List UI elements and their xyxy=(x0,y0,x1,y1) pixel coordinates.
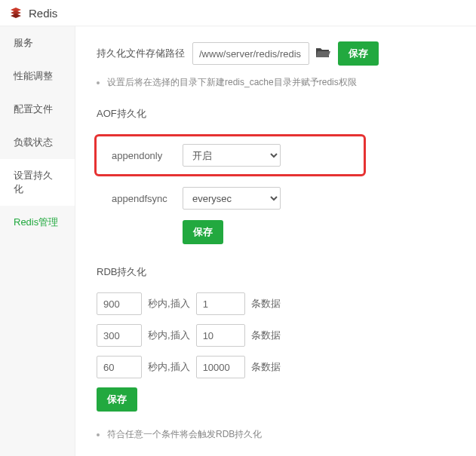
path-hint-text: 设置后将在选择的目录下新建redis_cache目录并赋予redis权限 xyxy=(107,76,357,89)
bullet-icon xyxy=(97,81,100,84)
appendonly-highlight: appendonly 开启 xyxy=(94,134,366,176)
path-label: 持久化文件存储路径 xyxy=(97,47,185,60)
rdb-save-row: 保存 xyxy=(97,387,455,412)
appendfsync-row: appendfsync everysec xyxy=(97,187,455,210)
path-save-button[interactable]: 保存 xyxy=(338,41,379,66)
appendfsync-select[interactable]: everysec xyxy=(183,187,281,210)
rdb-sec-suffix-1: 秒内,插入 xyxy=(148,329,190,342)
aof-section-title: AOF持久化 xyxy=(97,107,455,121)
aof-save-button[interactable]: 保存 xyxy=(183,220,223,244)
rdb-count-input-0[interactable] xyxy=(196,292,245,315)
sidebar-item-performance[interactable]: 性能调整 xyxy=(0,60,75,93)
rdb-hint-text: 符合任意一个条件将会触发RDB持久化 xyxy=(107,428,262,441)
rdb-seconds-input-0[interactable] xyxy=(97,292,142,315)
sidebar-item-redis-manage[interactable]: Redis管理 xyxy=(0,206,75,239)
main-content: 持久化文件存储路径 保存 设置后将在选择的目录下新建redis_cache目录并… xyxy=(75,26,476,456)
rdb-row-1: 秒内,插入 条数据 xyxy=(97,324,455,347)
rdb-row-0: 秒内,插入 条数据 xyxy=(97,292,455,315)
sidebar-item-config[interactable]: 配置文件 xyxy=(0,93,75,126)
rdb-sec-suffix-0: 秒内,插入 xyxy=(148,297,190,311)
sidebar-item-load[interactable]: 负载状态 xyxy=(0,126,75,159)
rdb-count-input-1[interactable] xyxy=(196,324,245,347)
sidebar: 服务 性能调整 配置文件 负载状态 设置持久化 Redis管理 xyxy=(0,26,75,456)
appendonly-label: appendonly xyxy=(112,150,180,161)
page-title: Redis xyxy=(29,7,57,20)
appendfsync-label: appendfsync xyxy=(112,193,180,204)
rdb-count-suffix-0: 条数据 xyxy=(251,297,281,311)
bullet-icon xyxy=(97,433,100,436)
rdb-count-input-2[interactable] xyxy=(196,356,245,378)
sidebar-item-persistence[interactable]: 设置持久化 xyxy=(0,159,75,206)
rdb-save-button[interactable]: 保存 xyxy=(97,387,137,412)
path-input[interactable] xyxy=(192,42,309,65)
sidebar-item-service[interactable]: 服务 xyxy=(0,26,75,60)
rdb-sec-suffix-2: 秒内,插入 xyxy=(148,360,190,374)
rdb-hint: 符合任意一个条件将会触发RDB持久化 xyxy=(97,428,455,441)
rdb-seconds-input-1[interactable] xyxy=(97,324,142,347)
path-hint: 设置后将在选择的目录下新建redis_cache目录并赋予redis权限 xyxy=(97,76,455,89)
aof-save-row: 保存 xyxy=(97,220,455,244)
rdb-count-suffix-1: 条数据 xyxy=(251,329,281,342)
rdb-seconds-input-2[interactable] xyxy=(97,356,142,378)
folder-icon[interactable] xyxy=(315,47,330,61)
rdb-count-suffix-2: 条数据 xyxy=(251,360,281,374)
appendonly-select[interactable]: 开启 xyxy=(183,144,281,167)
redis-icon xyxy=(9,6,23,20)
rdb-row-2: 秒内,插入 条数据 xyxy=(97,356,455,378)
layout: 服务 性能调整 配置文件 负载状态 设置持久化 Redis管理 持久化文件存储路… xyxy=(0,26,476,456)
page-header: Redis xyxy=(0,0,476,26)
rdb-section-title: RDB持久化 xyxy=(97,265,455,279)
path-row: 持久化文件存储路径 保存 xyxy=(97,41,455,66)
